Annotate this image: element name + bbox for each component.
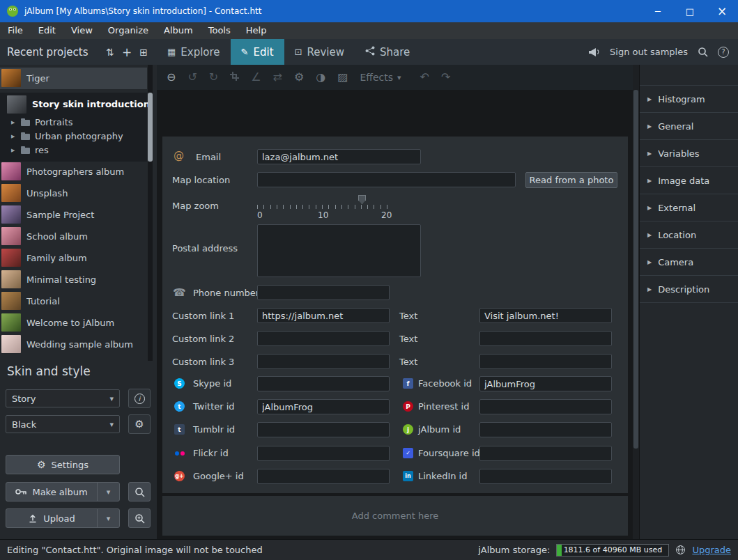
- project-row-photographers-album[interactable]: Photographers album: [0, 161, 147, 182]
- make-album-button[interactable]: Make album ▾: [6, 482, 120, 501]
- levels-icon[interactable]: ▨: [337, 72, 348, 83]
- panel-section-location[interactable]: ▶ Location: [640, 221, 738, 249]
- googleplus-id-input[interactable]: [257, 469, 390, 484]
- panel-section-histogram[interactable]: ▶ Histogram: [640, 86, 738, 113]
- custom-link-1-text-input[interactable]: [479, 308, 612, 323]
- make-album-main[interactable]: Make album: [6, 483, 98, 501]
- maximize-button[interactable]: □: [674, 0, 706, 22]
- tab-share[interactable]: Share: [355, 39, 420, 65]
- undo-icon[interactable]: ↶: [420, 72, 429, 83]
- project-row-wedding-sample-album[interactable]: Wedding sample album: [0, 334, 147, 355]
- flickr-id-input[interactable]: [257, 446, 390, 461]
- map-location-input[interactable]: [257, 172, 516, 187]
- menu-tools[interactable]: Tools: [201, 22, 238, 39]
- main-scrollbar[interactable]: [633, 65, 639, 539]
- make-album-dropdown[interactable]: ▾: [98, 483, 119, 501]
- minimize-button[interactable]: ─: [642, 0, 674, 22]
- menu-organize[interactable]: Organize: [100, 22, 156, 39]
- remove-icon[interactable]: ⊖: [167, 72, 176, 83]
- close-button[interactable]: ×: [706, 0, 738, 22]
- adjust-icon[interactable]: ⚙: [294, 72, 304, 83]
- project-row-family-album[interactable]: Family album: [0, 247, 147, 269]
- settings-button[interactable]: ⚙ Settings: [6, 455, 120, 474]
- search-icon[interactable]: [698, 47, 708, 57]
- read-from-photo-button[interactable]: Read from a photo: [525, 172, 617, 188]
- project-row-minimal-testing[interactable]: Minimal testing: [0, 269, 147, 290]
- upload-main[interactable]: Upload: [6, 509, 98, 527]
- tab-edit[interactable]: ✎ Edit: [231, 39, 284, 65]
- sidebar-scrollbar[interactable]: [148, 65, 153, 361]
- comment-input[interactable]: Add comment here: [162, 496, 628, 536]
- straighten-icon[interactable]: ∠: [251, 72, 261, 83]
- project-row-sample-project[interactable]: Sample Project: [0, 204, 147, 226]
- effects-dropdown[interactable]: Effects ▾: [360, 72, 401, 83]
- contrast-icon[interactable]: ◑: [316, 72, 325, 83]
- megaphone-icon[interactable]: [588, 47, 600, 57]
- menu-view[interactable]: View: [63, 22, 100, 39]
- project-row-welcome-to-jalbum[interactable]: Welcome to jAlbum: [0, 312, 147, 334]
- panel-section-general[interactable]: ▶ General: [640, 113, 738, 140]
- project-row-story-skin-introduction[interactable]: Story skin introduction: [0, 94, 147, 115]
- project-row-tiger[interactable]: Tiger: [0, 68, 147, 89]
- rotate-left-icon[interactable]: ↺: [187, 72, 197, 83]
- postal-address-textarea[interactable]: [257, 224, 421, 277]
- sort-icon[interactable]: ⇅: [106, 47, 114, 58]
- tab-review[interactable]: ⊡ Review: [284, 39, 355, 65]
- globe-icon[interactable]: [675, 545, 686, 555]
- preview-search-button[interactable]: [128, 482, 151, 501]
- project-row-school-album[interactable]: School album: [0, 226, 147, 247]
- custom-link-2-text-input[interactable]: [479, 331, 612, 346]
- panel-section-description[interactable]: ▶ Description: [640, 276, 738, 303]
- style-settings-button[interactable]: ⚙: [128, 414, 151, 434]
- crop-icon[interactable]: [230, 72, 239, 83]
- upload-button[interactable]: Upload ▾: [6, 508, 120, 528]
- tree-item-res[interactable]: ▶ res: [0, 143, 147, 157]
- upload-dropdown[interactable]: ▾: [98, 509, 119, 527]
- add-project-icon[interactable]: +: [122, 45, 132, 59]
- grid-view-icon[interactable]: ⊞: [139, 47, 148, 58]
- panel-section-image-data[interactable]: ▶ Image data: [640, 167, 738, 194]
- panel-section-camera[interactable]: ▶ Camera: [640, 249, 738, 276]
- custom-link-3-url-input[interactable]: [257, 354, 390, 369]
- rotate-right-icon[interactable]: ↻: [209, 72, 218, 83]
- map-zoom-thumb[interactable]: [358, 195, 366, 204]
- style-select[interactable]: Black ▾: [6, 415, 120, 433]
- custom-link-3-text-input[interactable]: [479, 354, 612, 369]
- main-scrollbar-thumb[interactable]: [633, 90, 638, 449]
- tumblr-id-input[interactable]: [257, 422, 390, 437]
- skin-info-button[interactable]: i: [128, 389, 151, 408]
- phone-number-input[interactable]: [257, 285, 390, 300]
- menu-file[interactable]: File: [0, 22, 31, 39]
- tab-explore[interactable]: ▦ Explore: [157, 39, 231, 65]
- tree-item-urban-photography[interactable]: ▶ Urban photography: [0, 130, 147, 143]
- facebook-id-input[interactable]: [479, 376, 612, 391]
- custom-link-2-url-input[interactable]: [257, 331, 390, 346]
- help-icon[interactable]: ?: [718, 47, 729, 58]
- panel-section-external[interactable]: ▶ External: [640, 194, 738, 221]
- upgrade-link[interactable]: Upgrade: [692, 545, 731, 555]
- email-input[interactable]: [257, 149, 421, 164]
- skype-icon: S: [174, 378, 185, 389]
- jalbum-id-input[interactable]: [479, 422, 612, 437]
- skype-id-input[interactable]: [257, 376, 390, 391]
- skype-id-label: Skype id: [193, 378, 231, 389]
- flip-icon[interactable]: ⇄: [273, 72, 282, 83]
- redo-icon[interactable]: ↷: [441, 72, 450, 83]
- sidebar-scrollbar-thumb[interactable]: [148, 93, 153, 162]
- preview-album-button[interactable]: [128, 508, 151, 528]
- map-zoom-slider[interactable]: 0 10 20: [257, 195, 394, 221]
- skin-select[interactable]: Story ▾: [6, 389, 120, 407]
- twitter-id-input[interactable]: [257, 399, 390, 414]
- menu-help[interactable]: Help: [238, 22, 275, 39]
- panel-section-variables[interactable]: ▶ Variables: [640, 140, 738, 167]
- linkedin-id-input[interactable]: [479, 469, 612, 484]
- menu-edit[interactable]: Edit: [31, 22, 63, 39]
- project-row-unsplash[interactable]: Unsplash: [0, 182, 147, 204]
- foursquare-id-input[interactable]: [479, 446, 612, 461]
- sign-out-link[interactable]: Sign out samples: [610, 47, 688, 57]
- custom-link-1-url-input[interactable]: [257, 308, 390, 323]
- pinterest-id-input[interactable]: [479, 399, 612, 414]
- tree-item-portraits[interactable]: ▶ Portraits: [0, 116, 147, 130]
- menu-album[interactable]: Album: [156, 22, 201, 39]
- project-row-tutorial[interactable]: Tutorial: [0, 290, 147, 312]
